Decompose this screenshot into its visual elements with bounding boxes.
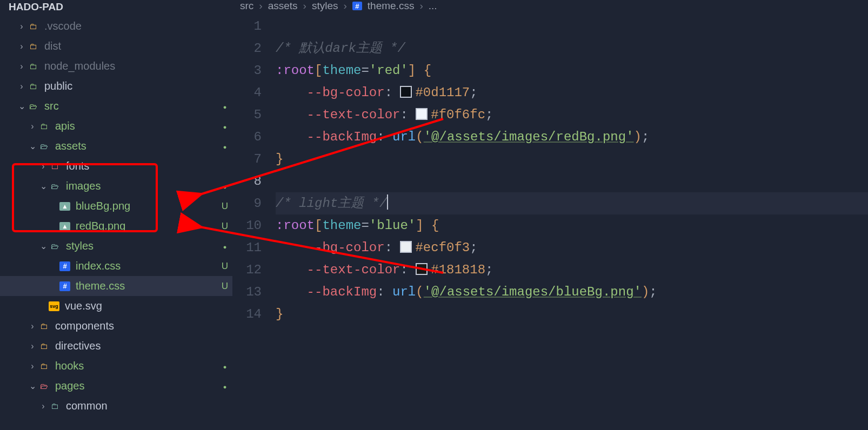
code-token: #181818 bbox=[431, 263, 485, 277]
chevron-down-icon: ⌄ bbox=[16, 101, 27, 111]
tree-item-public[interactable]: › 🗀 public bbox=[0, 76, 232, 96]
chevron-right-icon: › bbox=[303, 0, 306, 12]
tree-item-node-modules[interactable]: › 🗀 node_modules bbox=[0, 56, 232, 76]
file-explorer: HADO-PAD › 🗀 .vscode › 🗀 dist › 🗀 node_m… bbox=[0, 0, 232, 430]
breadcrumb-more[interactable]: ... bbox=[429, 0, 437, 12]
folder-icon: 🗀 bbox=[38, 360, 50, 372]
line-number: 8 bbox=[232, 170, 262, 192]
chevron-down-icon: ⌄ bbox=[38, 181, 49, 191]
tree-item-themecss[interactable]: # theme.css U bbox=[0, 276, 232, 296]
line-number: 2 bbox=[232, 37, 262, 59]
tree-item-pages[interactable]: ⌄ 🗁 pages bbox=[0, 376, 232, 396]
tree-label: styles bbox=[66, 240, 217, 252]
css-icon: # bbox=[59, 261, 70, 271]
line-number: 10 bbox=[232, 214, 262, 237]
code-token: url bbox=[392, 130, 416, 144]
tree-item-vscode[interactable]: › 🗀 .vscode bbox=[0, 16, 232, 36]
tree-label: public bbox=[44, 80, 217, 92]
tree-item-components[interactable]: › 🗀 components bbox=[0, 316, 232, 336]
code-token: : bbox=[385, 240, 392, 255]
code-token: ; bbox=[642, 130, 649, 144]
tree-item-bluebg[interactable]: ▲ blueBg.png U bbox=[0, 196, 232, 216]
folder-open-icon: 🗁 bbox=[38, 380, 50, 392]
chevron-right-icon: › bbox=[38, 401, 49, 411]
code-token: theme bbox=[322, 218, 361, 233]
breadcrumb-item[interactable]: src bbox=[240, 0, 253, 12]
tree-label: apis bbox=[55, 120, 217, 132]
code-token: :root bbox=[276, 63, 315, 78]
folder-icon: 🗀 bbox=[27, 41, 39, 52]
code-token: theme bbox=[322, 63, 361, 78]
color-swatch-icon[interactable] bbox=[416, 263, 428, 275]
git-status-dot bbox=[217, 121, 232, 132]
code-token: --bg-color bbox=[307, 240, 385, 255]
code-area[interactable]: 1 2 3 4 5 6 7 8 9 10 11 12 13 14 /* 默认da… bbox=[232, 15, 868, 369]
tree-item-common[interactable]: › 🗀 common bbox=[0, 396, 232, 416]
tree-item-vuesvg[interactable]: svg vue.svg bbox=[0, 296, 232, 316]
chevron-down-icon: ⌄ bbox=[27, 381, 38, 391]
code-token: = bbox=[361, 63, 369, 78]
code-token: ; bbox=[485, 263, 493, 277]
line-number: 4 bbox=[232, 82, 262, 104]
tree-item-apis[interactable]: › 🗀 apis bbox=[0, 116, 232, 136]
code-content[interactable]: /* 默认dark主题 */ :root[theme='red'] { --bg… bbox=[276, 15, 868, 369]
code-token: :root bbox=[276, 218, 315, 233]
breadcrumb-item[interactable]: assets bbox=[268, 0, 298, 12]
chevron-right-icon: › bbox=[16, 22, 27, 31]
tree-item-images[interactable]: ⌄ 🗁 images bbox=[0, 176, 232, 196]
code-token: '@/assets/images/blueBg.png' bbox=[424, 285, 642, 299]
line-number: 7 bbox=[232, 148, 262, 170]
code-token: : bbox=[377, 130, 384, 144]
chevron-right-icon: › bbox=[343, 0, 346, 12]
breadcrumb[interactable]: src › assets › styles › # theme.css › ..… bbox=[232, 0, 868, 15]
chevron-down-icon: ⌄ bbox=[38, 241, 49, 251]
code-token: ( bbox=[416, 285, 423, 299]
folder-open-icon: 🗁 bbox=[49, 240, 61, 252]
code-token: { bbox=[424, 218, 439, 233]
tree-label: assets bbox=[55, 140, 217, 152]
chevron-right-icon: › bbox=[16, 42, 27, 51]
tree-item-src[interactable]: ⌄ 🗁 src bbox=[0, 96, 232, 116]
code-token: [ bbox=[315, 63, 322, 78]
folder-open-icon: 🗁 bbox=[38, 140, 50, 152]
tree-item-indexcss[interactable]: # index.css U bbox=[0, 256, 232, 276]
line-number: 5 bbox=[232, 104, 262, 126]
line-number: 11 bbox=[232, 237, 262, 259]
folder-open-icon: 🗁 bbox=[49, 180, 61, 192]
color-swatch-icon[interactable] bbox=[400, 241, 412, 253]
folder-icon: 🗀 bbox=[49, 400, 61, 412]
tree-label: index.css bbox=[76, 260, 217, 272]
code-token: ] bbox=[416, 218, 423, 233]
tree-item-assets[interactable]: ⌄ 🗁 assets bbox=[0, 136, 232, 156]
tree-item-fonts[interactable]: › 🗀 fonts bbox=[0, 156, 232, 176]
code-token: ; bbox=[470, 240, 477, 255]
tree-item-dist[interactable]: › 🗀 dist bbox=[0, 36, 232, 56]
chevron-right-icon: › bbox=[259, 0, 262, 12]
color-swatch-icon[interactable] bbox=[416, 108, 428, 120]
code-token: --backImg bbox=[307, 285, 377, 299]
color-swatch-icon[interactable] bbox=[400, 86, 412, 98]
breadcrumb-item[interactable]: styles bbox=[312, 0, 338, 12]
git-status-dot bbox=[217, 381, 232, 392]
breadcrumb-item[interactable]: theme.css bbox=[368, 0, 415, 12]
git-status-dot bbox=[217, 241, 232, 252]
tree-item-styles[interactable]: ⌄ 🗁 styles bbox=[0, 236, 232, 256]
tree-label: components bbox=[55, 320, 217, 332]
code-token: #f0f6fc bbox=[431, 107, 485, 122]
tree-label: common bbox=[66, 400, 217, 412]
git-status: U bbox=[217, 201, 232, 212]
tree-item-redbg[interactable]: ▲ redBg.png U bbox=[0, 216, 232, 236]
css-icon: # bbox=[352, 2, 362, 10]
code-token: ) bbox=[642, 285, 649, 299]
tree-label: node_modules bbox=[44, 60, 217, 72]
tree-item-directives[interactable]: › 🗀 directives bbox=[0, 336, 232, 356]
code-token: url bbox=[392, 285, 416, 299]
git-status-dot bbox=[217, 181, 232, 192]
tree-label: redBg.png bbox=[76, 220, 217, 232]
tree-label: dist bbox=[44, 40, 217, 52]
code-token: ) bbox=[634, 130, 642, 144]
code-token: = bbox=[361, 218, 369, 233]
code-token: --backImg bbox=[307, 130, 377, 144]
tree-item-hooks[interactable]: › 🗀 hooks bbox=[0, 356, 232, 376]
line-number: 6 bbox=[232, 126, 262, 148]
